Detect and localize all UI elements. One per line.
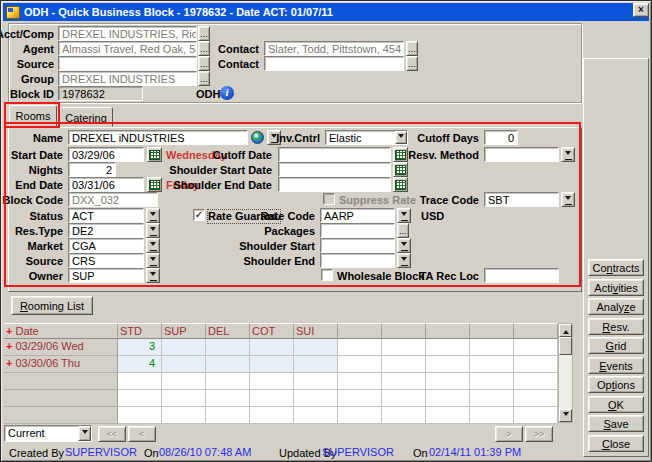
grid-cell[interactable] bbox=[470, 356, 514, 373]
grid-cell[interactable] bbox=[382, 356, 426, 373]
grid-cell[interactable] bbox=[250, 339, 294, 356]
grid-cell[interactable] bbox=[338, 390, 382, 407]
grid-cell[interactable] bbox=[294, 373, 338, 390]
tab-catering[interactable]: Catering bbox=[59, 107, 113, 127]
status-lov-button[interactable] bbox=[146, 208, 160, 223]
grid-cell[interactable] bbox=[382, 407, 426, 424]
inv-cntrl-dropdown-icon[interactable] bbox=[395, 131, 407, 144]
name-field[interactable]: DREXEL iNDUSTRIES bbox=[68, 130, 248, 145]
grid-date-cell[interactable]: +03/29/06 Wed bbox=[4, 339, 118, 356]
grid-cell[interactable]: 4 bbox=[118, 356, 162, 373]
title-bar[interactable]: ODH - Quick Business Block - 1978632 - D… bbox=[3, 3, 649, 21]
nav-last-button[interactable]: >> bbox=[525, 426, 553, 442]
grid-cell[interactable] bbox=[338, 373, 382, 390]
grid-cell[interactable] bbox=[426, 356, 470, 373]
side-button-events[interactable]: Events bbox=[588, 357, 644, 374]
group-field[interactable]: DREXEL INDUSTRIES bbox=[58, 71, 197, 86]
grid-cell[interactable] bbox=[250, 356, 294, 373]
grid-cell[interactable] bbox=[294, 407, 338, 424]
grid-cell[interactable] bbox=[118, 373, 162, 390]
side-button-ok[interactable]: OK bbox=[588, 396, 644, 413]
grid-column-header[interactable]: DEL bbox=[206, 323, 250, 339]
end-date-calendar-button[interactable] bbox=[147, 177, 162, 192]
grid-column-header[interactable] bbox=[514, 323, 558, 339]
grid-date-cell[interactable] bbox=[4, 390, 118, 407]
owner-field[interactable]: SUP bbox=[68, 268, 144, 283]
scroll-thumb[interactable] bbox=[559, 337, 572, 355]
grid-cell[interactable] bbox=[250, 407, 294, 424]
grid-cell[interactable] bbox=[162, 356, 206, 373]
market-field[interactable]: CGA bbox=[68, 238, 144, 253]
grid-column-header[interactable]: COT bbox=[250, 323, 294, 339]
grid-cell[interactable] bbox=[206, 373, 250, 390]
side-button-contracts[interactable]: Contracts bbox=[588, 259, 644, 276]
packages-lookup-button[interactable]: ... bbox=[397, 223, 409, 238]
shoulder-end-lov-button[interactable] bbox=[397, 253, 411, 268]
grid-cell[interactable] bbox=[470, 407, 514, 424]
shoulder-end-date-field[interactable] bbox=[278, 177, 391, 192]
grid-cell[interactable] bbox=[294, 390, 338, 407]
source-field[interactable] bbox=[58, 56, 197, 71]
grid-column-header[interactable] bbox=[426, 323, 470, 339]
shoulder-start-date-field[interactable] bbox=[278, 162, 391, 177]
grid-column-header[interactable]: SUP bbox=[162, 323, 206, 339]
grid-cell[interactable] bbox=[206, 407, 250, 424]
grid-cell[interactable] bbox=[250, 390, 294, 407]
close-icon[interactable]: × bbox=[633, 3, 649, 17]
grid-cell[interactable] bbox=[162, 407, 206, 424]
side-button-close[interactable]: Close bbox=[588, 435, 644, 452]
grid-cell[interactable] bbox=[514, 407, 558, 424]
info-icon[interactable]: i bbox=[220, 86, 234, 100]
side-button-grid[interactable]: Grid bbox=[588, 337, 644, 354]
grid-cell[interactable] bbox=[118, 407, 162, 424]
grid-cell[interactable] bbox=[294, 339, 338, 356]
globe-icon[interactable] bbox=[251, 131, 264, 144]
group-lookup-button[interactable]: ... bbox=[198, 71, 210, 86]
grid-cell[interactable] bbox=[206, 390, 250, 407]
grid-column-header[interactable] bbox=[338, 323, 382, 339]
grid-cell[interactable] bbox=[426, 390, 470, 407]
side-button-resv[interactable]: Resv. bbox=[588, 318, 644, 335]
grid-scrollbar[interactable] bbox=[558, 323, 573, 423]
grid-column-header[interactable] bbox=[470, 323, 514, 339]
packages-field[interactable] bbox=[320, 223, 395, 238]
market-lov-button[interactable] bbox=[146, 238, 160, 253]
nights-field[interactable]: 2 bbox=[68, 162, 116, 177]
grid-cell[interactable] bbox=[382, 339, 426, 356]
grid-cell[interactable] bbox=[206, 356, 250, 373]
wholesale-block-checkbox[interactable] bbox=[321, 269, 333, 281]
start-date-calendar-button[interactable] bbox=[147, 147, 162, 162]
ta-rec-loc-field[interactable] bbox=[484, 268, 559, 283]
rate-code-field[interactable]: AARP bbox=[320, 208, 395, 223]
grid-cell[interactable] bbox=[338, 407, 382, 424]
nav-first-button[interactable]: << bbox=[98, 426, 126, 442]
grid-cell[interactable] bbox=[426, 373, 470, 390]
grid-cell[interactable] bbox=[514, 339, 558, 356]
grid-cell[interactable] bbox=[250, 373, 294, 390]
agent-lookup-button[interactable]: ... bbox=[198, 41, 210, 56]
grid-date-cell[interactable]: +03/30/06 Thu bbox=[4, 356, 118, 373]
shoulder-start-field[interactable] bbox=[320, 238, 395, 253]
grid-cell[interactable] bbox=[382, 373, 426, 390]
grid-cell[interactable] bbox=[206, 339, 250, 356]
res-type-lov-button[interactable] bbox=[146, 223, 160, 238]
source2-lov-button[interactable] bbox=[146, 253, 160, 268]
contact1-field[interactable]: Slater, Todd, Pittstown, 454 752-0885 bbox=[264, 41, 404, 56]
shoulder-end-date-calendar-button[interactable] bbox=[393, 177, 408, 192]
shoulder-start-lov-button[interactable] bbox=[397, 238, 411, 253]
rate-code-lov-button[interactable] bbox=[397, 208, 411, 223]
contact2-lookup-button[interactable]: ... bbox=[406, 56, 418, 71]
grid-cell[interactable] bbox=[514, 373, 558, 390]
grid-cell[interactable] bbox=[162, 339, 206, 356]
side-button-options[interactable]: Options bbox=[588, 376, 644, 393]
view-select-dropdown-icon[interactable] bbox=[78, 426, 91, 441]
grid-column-header[interactable]: STD bbox=[118, 323, 162, 339]
nav-prev-button[interactable]: < bbox=[128, 426, 156, 442]
scroll-up-icon[interactable] bbox=[559, 324, 572, 337]
grid-cell[interactable] bbox=[118, 390, 162, 407]
grid-cell[interactable] bbox=[338, 339, 382, 356]
acct-comp-field[interactable]: DREXEL INDUSTRIES, Ridgeland, 564 52 bbox=[58, 26, 197, 41]
scroll-down-icon[interactable] bbox=[559, 409, 572, 422]
resv-method-field[interactable] bbox=[484, 147, 559, 162]
grid-cell[interactable] bbox=[514, 356, 558, 373]
